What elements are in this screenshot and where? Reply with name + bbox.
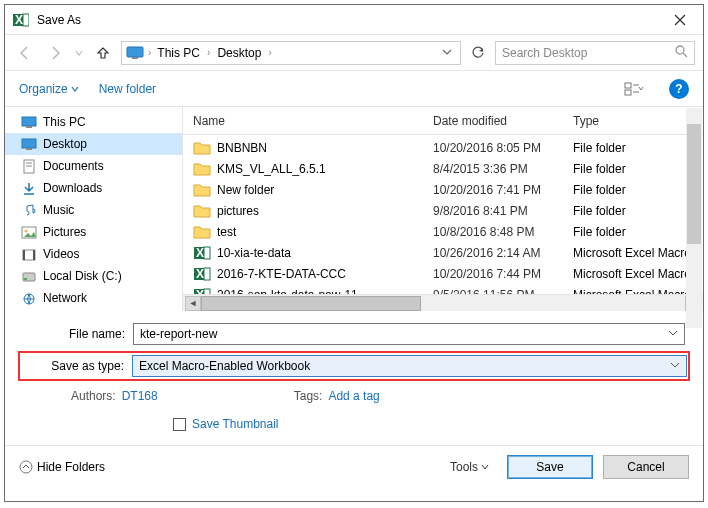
sidebar-item-videos[interactable]: Videos [5, 243, 182, 265]
file-type: File folder [573, 225, 703, 239]
search-box[interactable] [495, 41, 695, 65]
save-type-field[interactable]: Excel Macro-Enabled Workbook [132, 355, 687, 377]
folder-tree[interactable]: This PCDesktopDocumentsDownloadsMusicPic… [5, 107, 183, 311]
file-name: New folder [217, 183, 433, 197]
file-row[interactable]: X10-xia-te-data10/26/2016 2:14 AMMicroso… [183, 242, 703, 263]
svg-rect-15 [22, 139, 36, 148]
cancel-button[interactable]: Cancel [603, 455, 689, 479]
file-name-dropdown-icon[interactable] [668, 327, 678, 341]
tools-menu[interactable]: Tools [450, 460, 497, 474]
tree-label: Downloads [43, 181, 102, 195]
svg-rect-10 [625, 90, 631, 95]
tree-label: Music [43, 203, 74, 217]
tree-label: Videos [43, 247, 79, 261]
view-mode-button[interactable] [619, 78, 649, 100]
breadcrumb-sep-icon: › [204, 47, 213, 58]
sidebar-item-downloads[interactable]: Downloads [5, 177, 182, 199]
sidebar-item-local-disk-c-[interactable]: Local Disk (C:) [5, 265, 182, 287]
vertical-scrollbar[interactable] [686, 108, 702, 328]
content-area: This PCDesktopDocumentsDownloadsMusicPic… [5, 107, 703, 311]
doc-icon [21, 159, 37, 173]
file-row[interactable]: X2016-7-KTE-DATA-CCC10/20/2016 7:44 PMMi… [183, 263, 703, 284]
tree-label: Pictures [43, 225, 86, 239]
vscroll-thumb[interactable] [687, 124, 701, 244]
save-button[interactable]: Save [507, 455, 593, 479]
sidebar-item-music[interactable]: Music [5, 199, 182, 221]
sidebar-item-this-pc[interactable]: This PC [5, 111, 182, 133]
file-row[interactable]: BNBNBN10/20/2016 8:05 PMFile folder [183, 137, 703, 158]
search-input[interactable] [502, 46, 671, 60]
chevron-up-icon [19, 460, 33, 474]
pc-icon [126, 46, 144, 60]
save-thumbnail-checkbox[interactable] [173, 418, 186, 431]
dialog-title: Save As [37, 13, 659, 27]
sidebar-item-network[interactable]: Network [5, 287, 182, 309]
file-row[interactable]: New folder10/20/2016 7:41 PMFile folder [183, 179, 703, 200]
breadcrumb-sep-icon: › [148, 47, 151, 58]
breadcrumb-this-pc[interactable]: This PC [155, 44, 202, 62]
svg-rect-16 [26, 148, 32, 150]
close-button[interactable] [659, 6, 701, 34]
disk-icon [21, 269, 37, 283]
breadcrumb-sep-icon: › [265, 47, 274, 58]
address-bar[interactable]: › This PC › Desktop › [121, 41, 461, 65]
xlsm-icon: X [193, 266, 211, 282]
save-type-dropdown-icon[interactable] [670, 359, 680, 373]
sidebar-item-pictures[interactable]: Pictures [5, 221, 182, 243]
save-as-dialog: X Save As › This PC › Desktop › [4, 4, 704, 502]
svg-text:X: X [196, 246, 204, 260]
breadcrumb-desktop[interactable]: Desktop [215, 44, 263, 62]
horizontal-scrollbar[interactable]: ◄ ► [183, 294, 703, 311]
recent-dropdown-icon[interactable] [73, 41, 85, 65]
folder-icon [193, 224, 211, 240]
up-button[interactable] [91, 41, 115, 65]
cancel-label: Cancel [627, 460, 664, 474]
refresh-button[interactable] [467, 42, 489, 64]
file-name: test [217, 225, 433, 239]
help-button[interactable]: ? [669, 79, 689, 99]
sidebar-item-documents[interactable]: Documents [5, 155, 182, 177]
svg-point-22 [25, 230, 28, 233]
chevron-down-icon [481, 463, 489, 471]
tags-value[interactable]: Add a tag [328, 389, 379, 403]
svg-text:X: X [15, 13, 23, 27]
file-date: 9/8/2016 8:41 PM [433, 204, 573, 218]
tools-label: Tools [450, 460, 478, 474]
authors-value[interactable]: DT168 [122, 389, 158, 403]
svg-rect-27 [24, 278, 27, 280]
file-type: Microsoft Excel Macro- [573, 246, 703, 260]
svg-text:X: X [196, 267, 204, 281]
svg-rect-31 [204, 247, 210, 259]
file-name: BNBNBN [217, 141, 433, 155]
file-row[interactable]: test10/8/2016 8:48 PMFile folder [183, 221, 703, 242]
file-row[interactable]: X2016-sep-kte-data-new-119/5/2016 11:56 … [183, 284, 703, 294]
file-row[interactable]: KMS_VL_ALL_6.5.18/4/2015 3:36 PMFile fol… [183, 158, 703, 179]
svg-rect-1 [23, 14, 29, 26]
col-date[interactable]: Date modified [433, 114, 573, 128]
address-dropdown-icon[interactable] [438, 46, 456, 60]
pic-icon [21, 225, 37, 239]
svg-rect-13 [22, 117, 36, 126]
organize-menu[interactable]: Organize [19, 82, 79, 96]
sidebar-item-desktop[interactable]: Desktop [5, 133, 182, 155]
save-type-row: Save as type: Excel Macro-Enabled Workbo… [20, 353, 688, 379]
file-row[interactable]: pictures9/8/2016 8:41 PMFile folder [183, 200, 703, 221]
svg-point-7 [676, 46, 684, 54]
save-type-value: Excel Macro-Enabled Workbook [139, 359, 670, 373]
forward-button[interactable] [43, 41, 67, 65]
file-rows[interactable]: BNBNBN10/20/2016 8:05 PMFile folderKMS_V… [183, 135, 703, 294]
tags-label: Tags: [294, 389, 323, 403]
file-name-input[interactable] [140, 327, 668, 341]
thumbnail-row: Save Thumbnail [23, 411, 685, 437]
chevron-down-icon [71, 85, 79, 93]
scroll-left-icon[interactable]: ◄ [185, 296, 201, 311]
hide-folders-button[interactable]: Hide Folders [19, 460, 105, 474]
file-date: 10/20/2016 7:44 PM [433, 267, 573, 281]
col-type[interactable]: Type [573, 114, 703, 128]
file-name-field[interactable] [133, 323, 685, 345]
new-folder-button[interactable]: New folder [99, 82, 156, 96]
col-name[interactable]: Name [193, 114, 433, 128]
back-button[interactable] [13, 41, 37, 65]
save-label: Save [536, 460, 563, 474]
scrollbar-thumb[interactable] [201, 296, 421, 311]
